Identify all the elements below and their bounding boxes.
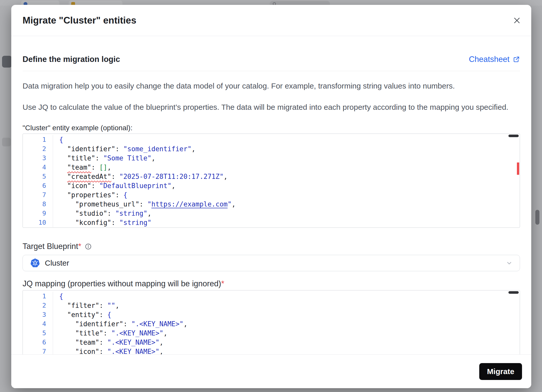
code-token-plain bbox=[59, 200, 75, 208]
line-number: 5 bbox=[23, 172, 46, 181]
jq-mapping-editor[interactable]: 1234567 { "filter": "", "entity": { "ide… bbox=[23, 290, 520, 354]
code-line: "kconfig": "string" bbox=[59, 218, 236, 227]
description-line-2: Use JQ to calculate the value of the blu… bbox=[23, 102, 520, 113]
dialog-title: Migrate "Cluster" entities bbox=[23, 15, 136, 26]
close-button[interactable] bbox=[512, 15, 522, 26]
entity-example-label: "Cluster" entity example (optional): bbox=[23, 123, 520, 133]
code-token-link: https://example.com bbox=[151, 200, 227, 208]
code-token-plain: , bbox=[159, 348, 163, 354]
code-token-plain: : bbox=[99, 348, 107, 354]
editor-content: 12345678910 { "identifier": "some_identi… bbox=[23, 134, 520, 227]
code-token-brace: { bbox=[59, 136, 63, 144]
code-token-key: "title" bbox=[67, 154, 95, 162]
target-blueprint-label-row: Target Blueprint* bbox=[23, 241, 520, 252]
target-blueprint-select[interactable]: Cluster bbox=[23, 255, 520, 271]
code-token-plain: , bbox=[159, 339, 163, 346]
code-token-plain: , bbox=[151, 154, 155, 162]
required-asterisk: * bbox=[78, 242, 81, 251]
code-token-plain: , bbox=[163, 329, 168, 337]
editor-scrollbar-thumb[interactable] bbox=[508, 135, 519, 137]
code-token-plain: : bbox=[99, 302, 107, 309]
code-token-key-err: "createdAt" bbox=[67, 173, 111, 180]
code-line: "identifier": ".<KEY_NAME>", bbox=[59, 319, 187, 329]
code-token-key: "entity" bbox=[67, 311, 99, 319]
code-token-plain bbox=[59, 154, 67, 162]
code-token-plain bbox=[59, 191, 67, 199]
code-lines: { "filter": "", "entity": { "identifier"… bbox=[53, 292, 187, 354]
code-token-plain: : bbox=[123, 320, 131, 328]
line-number: 4 bbox=[23, 319, 46, 329]
line-number: 3 bbox=[23, 310, 46, 319]
code-token-plain bbox=[59, 302, 67, 309]
info-icon[interactable] bbox=[85, 243, 92, 250]
code-token-plain: , bbox=[147, 210, 151, 217]
gutter: 12345678910 bbox=[23, 135, 53, 227]
code-token-key: "properties" bbox=[67, 191, 115, 199]
code-token-key: "kconfig" bbox=[75, 219, 111, 226]
code-token-plain: : bbox=[91, 164, 99, 171]
code-token-plain: , bbox=[171, 182, 175, 190]
code-line: "team": [], bbox=[59, 163, 236, 172]
code-token-key: "title" bbox=[75, 329, 103, 337]
editor-content: 1234567 { "filter": "", "entity": { "ide… bbox=[23, 290, 520, 354]
code-token-plain bbox=[59, 210, 75, 217]
code-token-plain bbox=[59, 311, 67, 319]
code-token-plain: : bbox=[99, 339, 107, 346]
section-divider bbox=[23, 71, 520, 71]
code-token-str: " bbox=[147, 200, 151, 208]
code-token-plain bbox=[59, 173, 67, 180]
code-token-plain: , bbox=[192, 145, 196, 153]
code-token-plain: , bbox=[224, 173, 228, 180]
code-line: "properties": { bbox=[59, 190, 236, 200]
code-token-plain: : bbox=[111, 173, 119, 180]
line-number: 2 bbox=[23, 301, 46, 310]
code-line: "title": ".<KEY_NAME>", bbox=[59, 329, 187, 338]
code-line: "studio": "string", bbox=[59, 209, 236, 218]
editor-scrollbar-thumb[interactable] bbox=[508, 291, 519, 294]
line-number: 7 bbox=[23, 347, 46, 354]
code-token-key: "icon" bbox=[67, 182, 91, 190]
target-blueprint-label: Target Blueprint* bbox=[23, 242, 81, 251]
line-number: 7 bbox=[23, 190, 46, 200]
code-token-plain: : bbox=[91, 182, 99, 190]
line-number: 8 bbox=[23, 200, 46, 209]
code-line: "team": ".<KEY_NAME>", bbox=[59, 338, 187, 347]
code-token-str: ".<KEY_NAME>" bbox=[107, 339, 160, 346]
code-token-plain bbox=[59, 219, 75, 226]
code-token-plain: , bbox=[232, 200, 236, 208]
error-marker bbox=[517, 162, 519, 175]
jq-mapping-label: JQ mapping (properties without mapping w… bbox=[23, 279, 520, 289]
code-token-str: "some_identifier" bbox=[123, 145, 191, 153]
code-token-plain: , bbox=[183, 320, 187, 328]
dialog-footer: Migrate bbox=[11, 354, 531, 388]
code-token-str: "2025-07-28T11:20:17.271Z" bbox=[119, 173, 224, 180]
code-token-str: " bbox=[227, 200, 232, 208]
entity-example-editor[interactable]: 12345678910 { "identifier": "some_identi… bbox=[23, 134, 520, 228]
code-token-str: "Some Title" bbox=[103, 154, 151, 162]
line-number: 4 bbox=[23, 163, 46, 172]
code-token-bracket: [] bbox=[99, 164, 107, 171]
section-header-row: Define the migration logic Cheatsheet bbox=[23, 54, 520, 65]
code-token-key: "studio" bbox=[75, 210, 107, 217]
code-token-key-err: "team" bbox=[67, 164, 91, 171]
code-line: "icon": "DefaultBlueprint", bbox=[59, 181, 236, 190]
code-token-plain: : bbox=[111, 219, 119, 226]
kubernetes-icon bbox=[30, 258, 40, 268]
code-token-brace: { bbox=[59, 292, 63, 300]
cheatsheet-link[interactable]: Cheatsheet bbox=[469, 55, 520, 64]
code-token-plain bbox=[59, 348, 75, 354]
code-line: "filter": "", bbox=[59, 301, 187, 310]
code-token-plain: : bbox=[115, 191, 123, 199]
code-token-plain: : bbox=[95, 154, 103, 162]
cheatsheet-label: Cheatsheet bbox=[469, 55, 509, 64]
code-line: "title": "Some Title", bbox=[59, 154, 236, 163]
migrate-button[interactable]: Migrate bbox=[479, 363, 522, 380]
code-token-plain bbox=[59, 145, 67, 153]
code-token-plain: , bbox=[115, 302, 119, 309]
target-blueprint-value: Cluster bbox=[45, 259, 69, 267]
code-token-plain bbox=[59, 182, 67, 190]
code-token-plain: : bbox=[103, 329, 111, 337]
code-line: { bbox=[59, 292, 187, 301]
code-line: "prometheus_url": "https://example.com", bbox=[59, 200, 236, 209]
code-token-str: "string" bbox=[119, 219, 151, 226]
